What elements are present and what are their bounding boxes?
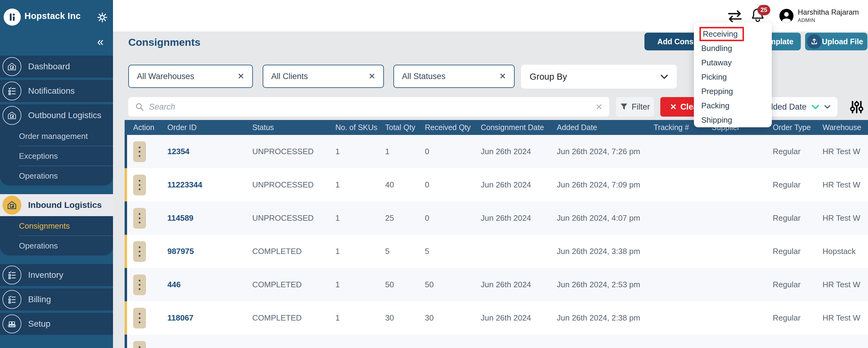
- filter-button[interactable]: Filter: [616, 97, 654, 117]
- upload-icon: [807, 34, 822, 49]
- column-header: Received Qty: [421, 123, 477, 132]
- skus-value: 1: [332, 280, 381, 289]
- hopstack-logo: [4, 8, 21, 26]
- clear-status-filter-icon[interactable]: ✕: [499, 71, 506, 81]
- notification-badge: 25: [757, 5, 770, 15]
- client-filter[interactable]: All Clients ✕: [263, 65, 384, 88]
- user-menu[interactable]: Harshitha Rajaram ADMIN: [798, 8, 868, 24]
- table-row[interactable]: 446 COMPLETED 1 50 50 Jun 26th 2024 Jun …: [125, 268, 868, 301]
- sidebar-header: Hopstack Inc: [0, 0, 113, 31]
- column-header: Warehouse: [816, 123, 868, 132]
- row-actions-button[interactable]: [133, 241, 146, 262]
- received-qty-value: 0: [421, 180, 477, 190]
- row-actions-button[interactable]: [133, 175, 146, 195]
- clear-client-filter-icon[interactable]: ✕: [368, 71, 375, 81]
- consignment-date-value: Jun 26th 2024: [477, 180, 554, 190]
- table-row[interactable]: 118067 COMPLETED 1 30 30 Jun 26th 2024 J…: [125, 301, 868, 335]
- total-qty-value: 25: [381, 213, 421, 223]
- column-header: Order ID: [161, 123, 247, 132]
- order-type-value: Regular: [768, 280, 816, 289]
- sidebar-item-setup[interactable]: Setup: [0, 313, 113, 335]
- status-value: COMPLETED: [247, 247, 332, 256]
- skus-value: 1: [332, 180, 381, 190]
- row-status-bar: [125, 168, 127, 201]
- sidebar-item-inventory[interactable]: Inventory: [0, 264, 113, 286]
- menu-item-prepping[interactable]: Prepping: [701, 84, 772, 99]
- sidebar-item-notifications[interactable]: Notifications: [0, 80, 113, 102]
- added-date-value: Jun 26th 2024, 7:09 pm: [554, 180, 648, 190]
- clear-search-icon[interactable]: ✕: [595, 102, 602, 112]
- sidebar-item-dashboard[interactable]: Dashboard: [0, 56, 113, 77]
- table-row[interactable]: 987975 COMPLETED 1 5 5 Jun 26th 2024, 3:…: [125, 235, 868, 268]
- gear-icon[interactable]: [96, 11, 108, 23]
- user-icon: [779, 9, 794, 23]
- upload-file-button[interactable]: Upload File: [805, 33, 867, 51]
- received-qty-value: 5: [421, 247, 477, 256]
- search-box: ✕: [128, 97, 609, 117]
- table-row[interactable]: 114589 UNPROCESSED 1 25 0 Jun 26th 2024 …: [125, 201, 868, 235]
- sidebar-item-inbound-logistics[interactable]: Inbound Logistics: [0, 194, 113, 216]
- row-actions-button[interactable]: [133, 275, 146, 295]
- warehouse-filter[interactable]: All Warehouses ✕: [128, 65, 253, 88]
- added-date-value: Jun 26th 2024, 2:53 pm: [554, 280, 648, 289]
- sidebar-item-outbound-logistics[interactable]: Outbound Logistics: [0, 104, 113, 126]
- menu-item-picking[interactable]: Picking: [701, 70, 772, 84]
- avatar[interactable]: [779, 9, 794, 23]
- row-actions-button[interactable]: [133, 141, 146, 162]
- total-qty-value: 40: [381, 180, 421, 190]
- warehouse-value: HR Test W: [816, 180, 868, 190]
- table-row[interactable]: 12354 UNPROCESSED 1 1 0 Jun 26th 2024 Ju…: [125, 135, 868, 168]
- order-id-link[interactable]: 446: [167, 280, 181, 289]
- highlighted-menu-item[interactable]: Receiving: [700, 27, 744, 41]
- sidebar-group-inbound-logistics: Inbound Logistics Consignments Operation…: [0, 194, 113, 255]
- column-header: Status: [247, 123, 332, 132]
- order-id-link[interactable]: 987975: [167, 247, 194, 256]
- row-actions-button[interactable]: [133, 208, 146, 229]
- order-type-value: Regular: [768, 147, 816, 156]
- row-status-bar: [125, 135, 127, 168]
- sort-direction-icon[interactable]: [811, 105, 819, 109]
- clear-warehouse-filter-icon[interactable]: ✕: [237, 71, 244, 81]
- collapse-sidebar-button[interactable]: «: [97, 36, 103, 48]
- sidebar-subitem-operations-inbound[interactable]: Operations: [0, 236, 113, 255]
- total-qty-value: 5: [381, 247, 421, 256]
- sidebar-subitem-operations[interactable]: Operations: [0, 166, 113, 186]
- search-input[interactable]: [149, 102, 595, 112]
- status-filter[interactable]: All Statuses ✕: [393, 65, 515, 88]
- column-header: Total Qty: [381, 123, 421, 132]
- row-actions-button[interactable]: [133, 341, 146, 348]
- order-id-link[interactable]: 11223344: [167, 180, 202, 189]
- table-row[interactable]: [125, 335, 868, 348]
- menu-item-putaway[interactable]: Putaway: [701, 56, 772, 70]
- transfer-icon[interactable]: [727, 9, 743, 23]
- column-header: Order Type: [768, 123, 816, 132]
- sidebar-subitem-order-management[interactable]: Order management: [0, 126, 113, 146]
- table-row[interactable]: 11223344 UNPROCESSED 1 40 0 Jun 26th 202…: [125, 168, 868, 201]
- menu-item-bundling[interactable]: Bundling: [701, 41, 772, 56]
- skus-value: 1: [332, 147, 381, 156]
- group-by-value: Group By: [530, 72, 567, 82]
- conveyor-icon: [2, 314, 21, 334]
- column-settings-icon[interactable]: [849, 99, 864, 115]
- filter-button-label: Filter: [631, 102, 650, 112]
- added-date-value: Jun 26th 2024, 2:38 pm: [554, 313, 648, 323]
- row-actions-button[interactable]: [133, 308, 146, 328]
- checklist-icon: [2, 82, 21, 100]
- user-role: ADMIN: [798, 18, 868, 24]
- group-by-select[interactable]: Group By: [521, 65, 677, 89]
- added-date-value: Jun 26th 2024, 3:38 pm: [554, 247, 648, 256]
- skus-value: 1: [332, 247, 381, 256]
- menu-item-packing[interactable]: Packing: [701, 99, 772, 113]
- sidebar-subitem-exceptions[interactable]: Exceptions: [0, 146, 113, 166]
- menu-item-receiving[interactable]: Receiving: [701, 27, 772, 41]
- sidebar-item-billing[interactable]: Billing: [0, 288, 113, 311]
- warehouse-filter-value: All Warehouses: [137, 72, 194, 81]
- order-id-link[interactable]: 118067: [167, 313, 193, 322]
- order-id-link[interactable]: 12354: [167, 147, 189, 156]
- sidebar-item-label: Notifications: [28, 86, 75, 96]
- menu-item-shipping[interactable]: Shipping: [701, 113, 772, 127]
- sidebar-subitem-consignments[interactable]: Consignments: [0, 216, 113, 236]
- order-id-link[interactable]: 114589: [167, 213, 193, 223]
- skus-value: 1: [332, 313, 381, 323]
- notifications-bell[interactable]: 25: [751, 7, 767, 24]
